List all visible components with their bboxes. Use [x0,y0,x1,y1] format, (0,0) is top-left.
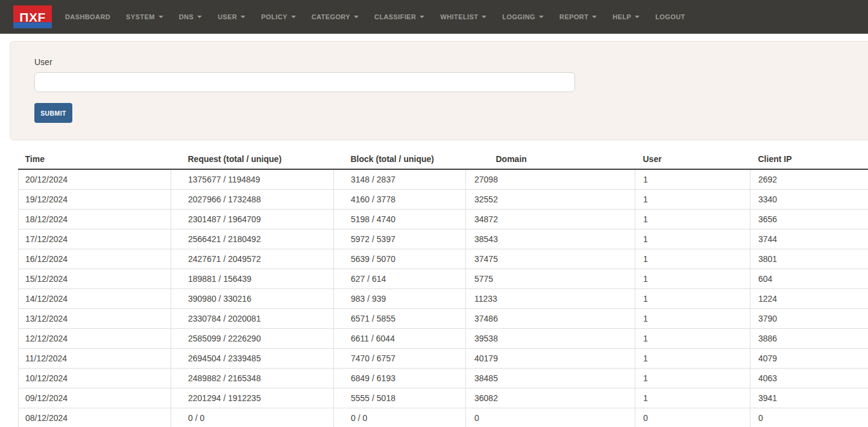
cell-client-ip: 3340 [750,190,868,210]
cell-request: 2330784 / 2020081 [171,309,334,329]
column-header-time: Time [19,149,171,169]
cell-domain: 40179 [466,349,635,369]
nav-item-dashboard[interactable]: DASHBOARD [57,0,118,34]
column-header-user: User [635,149,750,169]
cell-block: 3148 / 2837 [334,169,466,190]
nav-item-dns[interactable]: DNS [171,0,210,34]
nav-item-whitelist[interactable]: WHITELIST [432,0,494,34]
submit-button[interactable]: SUBMIT [34,103,72,123]
cell-client-ip: 3656 [750,210,868,229]
cell-client-ip: 3790 [750,309,868,329]
cell-request: 2427671 / 2049572 [171,249,334,269]
table-row: 13/12/20242330784 / 20200816571 / 585537… [19,309,868,329]
logo-text: ПXF [19,11,45,23]
nav-item-report[interactable]: REPORT [552,0,605,34]
cell-time: 10/12/2024 [19,369,171,388]
app-logo[interactable]: ПXF [13,5,52,28]
cell-user: 1 [635,229,750,249]
user-filter-panel: User SUBMIT [10,41,868,140]
cell-block: 0 / 0 [334,408,466,427]
nav-item-system[interactable]: SYSTEM [118,0,171,34]
table-row: 10/12/20242489882 / 21653486849 / 619338… [19,369,868,388]
column-header-block-total-unique: Block (total / unique) [334,149,466,169]
cell-time: 16/12/2024 [19,249,171,269]
cell-request: 2489882 / 2165348 [171,369,334,388]
cell-client-ip: 0 [750,408,868,427]
cell-domain: 38543 [466,229,635,249]
cell-time: 11/12/2024 [19,349,171,369]
cell-domain: 27098 [466,169,635,190]
cell-user: 0 [635,408,750,427]
cell-user: 1 [635,329,750,349]
cell-domain: 37475 [466,249,635,269]
column-header-domain: Domain [466,149,635,169]
cell-domain: 37486 [466,309,635,329]
table-row: 15/12/2024189881 / 156439627 / 614577516… [19,269,868,289]
nav-item-category[interactable]: CATEGORY [304,0,366,34]
cell-client-ip: 3941 [750,388,868,408]
cell-request: 2027966 / 1732488 [171,190,334,210]
table-row: 17/12/20242566421 / 21804925972 / 539738… [19,229,868,249]
cell-time: 18/12/2024 [19,210,171,229]
cell-domain: 36082 [466,388,635,408]
nav-item-classifier[interactable]: CLASSIFIER [366,0,432,34]
nav-item-user[interactable]: USER [210,0,253,34]
chevron-down-icon [241,16,245,18]
cell-time: 14/12/2024 [19,289,171,309]
cell-block: 5972 / 5397 [334,229,466,249]
cell-request: 2585099 / 2226290 [171,329,334,349]
user-field-label: User [34,57,868,67]
nav-item-help[interactable]: HELP [605,0,647,34]
cell-block: 983 / 939 [334,289,466,309]
nav-item-logging[interactable]: LOGGING [494,0,552,34]
cell-client-ip: 3886 [750,329,868,349]
cell-user: 1 [635,269,750,289]
chevron-down-icon [159,16,163,18]
cell-block: 6849 / 6193 [334,369,466,388]
chevron-down-icon [592,16,597,18]
user-input[interactable] [34,72,575,92]
cell-time: 19/12/2024 [19,190,171,210]
nav-item-policy[interactable]: POLICY [253,0,303,34]
cell-time: 20/12/2024 [19,169,171,190]
cell-request: 189881 / 156439 [171,269,334,289]
cell-request: 2566421 / 2180492 [171,229,334,249]
cell-client-ip: 3801 [750,249,868,269]
cell-user: 1 [635,289,750,309]
table-row: 12/12/20242585099 / 22262906611 / 604439… [19,329,868,349]
cell-user: 1 [635,349,750,369]
cell-time: 12/12/2024 [19,329,171,349]
nav-item-logout[interactable]: LOGOUT [647,0,693,34]
chevron-down-icon [291,16,296,18]
cell-domain: 39538 [466,329,635,349]
cell-user: 1 [635,210,750,229]
chevron-down-icon [482,16,486,18]
chevron-down-icon [539,16,544,18]
nav-menu: DASHBOARD SYSTEM DNS USER POLICY CATEGOR… [57,0,693,34]
table-row: 09/12/20242201294 / 19122355555 / 501836… [19,388,868,408]
cell-user: 1 [635,249,750,269]
cell-block: 6611 / 6044 [334,329,466,349]
cell-domain: 34872 [466,210,635,229]
cell-time: 15/12/2024 [19,269,171,289]
cell-client-ip: 4079 [750,349,868,369]
cell-domain: 32552 [466,190,635,210]
cell-domain: 11233 [466,289,635,309]
report-table: TimeRequest (total / unique)Block (total… [18,149,868,427]
table-row: 14/12/2024390980 / 330216983 / 939112331… [19,289,868,309]
cell-request: 2301487 / 1964709 [171,210,334,229]
report-table-container: TimeRequest (total / unique)Block (total… [18,149,868,427]
chevron-down-icon [197,16,202,18]
cell-time: 09/12/2024 [19,388,171,408]
cell-domain: 0 [466,408,635,427]
cell-block: 6571 / 5855 [334,309,466,329]
cell-block: 7470 / 6757 [334,349,466,369]
cell-request: 390980 / 330216 [171,289,334,309]
cell-time: 08/12/2024 [19,408,171,427]
table-row: 08/12/20240 / 00 / 0000 [19,408,868,427]
cell-block: 4160 / 3778 [334,190,466,210]
cell-user: 1 [635,388,750,408]
cell-block: 627 / 614 [334,269,466,289]
table-header-row: TimeRequest (total / unique)Block (total… [19,149,868,169]
cell-domain: 5775 [466,269,635,289]
